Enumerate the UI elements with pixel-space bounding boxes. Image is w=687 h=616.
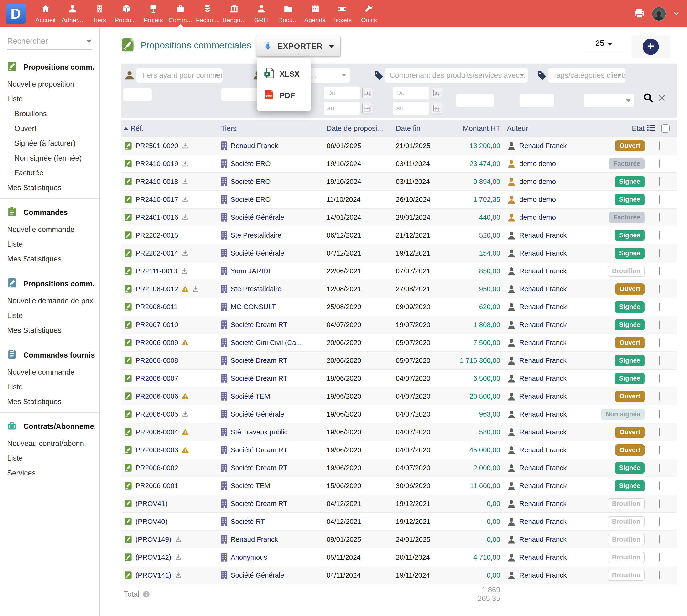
author-cell[interactable]: Renaud Franck xyxy=(500,141,600,150)
amount-cell[interactable]: 13 200,00 xyxy=(460,142,500,150)
tiers-link[interactable]: Ste Prestalidaire xyxy=(231,285,282,293)
clear-filters-icon[interactable]: ✕ xyxy=(658,92,666,104)
author-link[interactable]: Renaud Franck xyxy=(519,500,567,508)
author-link[interactable]: Renaud Franck xyxy=(519,535,567,544)
author-link[interactable]: Renaud Franck xyxy=(519,142,567,150)
author-link[interactable]: Renaud Franck xyxy=(519,249,567,257)
sidebar-item[interactable]: Liste xyxy=(0,451,99,466)
row-checkbox[interactable] xyxy=(659,446,660,454)
amount-cell[interactable]: 23 474,00 xyxy=(460,160,500,168)
page-title[interactable]: Propositions commerciales xyxy=(140,40,251,50)
author-cell[interactable]: Renaud Franck xyxy=(500,553,600,562)
ref-link[interactable]: PR2111-0013 xyxy=(135,267,177,275)
filter-date-start-from[interactable] xyxy=(324,87,360,100)
ref-link[interactable]: PR2410-0019 xyxy=(135,160,178,168)
row-checkbox[interactable] xyxy=(659,392,660,400)
menu-item-projets[interactable]: Projets xyxy=(140,0,167,27)
tiers-link[interactable]: Sté Travaux public xyxy=(231,428,288,436)
ref-link[interactable]: PR2006-0008 xyxy=(135,357,178,365)
ref-link[interactable]: (PROV149) xyxy=(135,535,171,544)
col-header-amount[interactable]: Montant HT xyxy=(460,124,500,132)
tiers-link[interactable]: Société Dream RT xyxy=(231,375,287,382)
filter-status-select[interactable] xyxy=(584,94,634,107)
author-link[interactable]: demo demo xyxy=(519,196,556,203)
ref-link[interactable]: (PROV41) xyxy=(135,500,168,508)
ref-link[interactable]: PR2006-0006 xyxy=(135,393,178,400)
ref-link[interactable]: (PROV40) xyxy=(135,518,168,526)
amount-cell[interactable]: 520,00 xyxy=(460,232,500,239)
row-checkbox[interactable] xyxy=(659,285,660,293)
row-checkbox[interactable] xyxy=(659,517,660,526)
filter-date-end-from[interactable] xyxy=(393,87,429,100)
sidebar-item[interactable]: Mes Statistiques xyxy=(0,180,99,195)
menu-item-tickets[interactable]: Tickets xyxy=(329,0,355,27)
amount-cell[interactable]: 2 000,00 xyxy=(460,464,500,472)
row-checkbox[interactable] xyxy=(659,481,660,490)
sidebar-item[interactable]: Nouvelle proposition xyxy=(0,77,99,92)
tiers-link[interactable]: Société Générale xyxy=(231,571,284,579)
ref-link[interactable]: (PROV141) xyxy=(135,571,171,579)
amount-cell[interactable]: 580,00 xyxy=(460,428,500,436)
amount-cell[interactable]: 0,00 xyxy=(460,518,500,526)
amount-cell[interactable]: 6 500,00 xyxy=(460,375,500,382)
page-size-select[interactable]: 25 xyxy=(583,38,625,52)
filter-tags-select[interactable]: Tags/catégories clients/... xyxy=(548,68,625,83)
amount-cell[interactable]: 1 808,00 xyxy=(460,321,500,329)
sidebar-item[interactable]: Nouveau contrat/abonn. xyxy=(0,436,99,451)
ref-link[interactable]: (PROV142) xyxy=(135,553,171,562)
author-cell[interactable]: Renaud Franck xyxy=(500,571,600,580)
sidebar-item[interactable]: Mes Statistiques xyxy=(0,323,99,338)
author-cell[interactable]: Renaud Franck xyxy=(500,284,600,293)
sidebar-section-2[interactable]: Propositions comm... xyxy=(0,273,99,293)
row-checkbox[interactable] xyxy=(659,195,660,204)
calendar-icon[interactable] xyxy=(431,88,442,98)
tiers-cell[interactable]: Société Générale xyxy=(218,571,321,580)
row-checkbox[interactable] xyxy=(659,464,660,472)
sidebar-item[interactable]: Nouvelle commande xyxy=(0,365,99,379)
author-cell[interactable]: Renaud Franck xyxy=(500,535,600,544)
add-proposal-button[interactable]: + xyxy=(643,39,659,55)
ref-link[interactable]: PR2410-0018 xyxy=(135,178,178,185)
author-link[interactable]: Renaud Franck xyxy=(519,571,567,579)
ref-link[interactable]: PR2202-0015 xyxy=(135,232,178,239)
sidebar-section-1[interactable]: Commandes xyxy=(0,202,99,222)
tiers-cell[interactable]: Ste Prestalidaire xyxy=(218,231,321,240)
menu-item-outils[interactable]: Outils xyxy=(355,0,382,27)
amount-cell[interactable]: 850,00 xyxy=(460,267,500,275)
author-cell[interactable]: Renaud Franck xyxy=(500,427,600,437)
tiers-cell[interactable]: Société Générale xyxy=(218,410,321,419)
filter-products-select[interactable]: Comprenant des produits/services avec... xyxy=(385,68,528,83)
tiers-cell[interactable]: Société Dream RT xyxy=(218,356,321,365)
author-cell[interactable]: Renaud Franck xyxy=(500,248,600,258)
download-icon[interactable] xyxy=(174,571,182,579)
amount-cell[interactable]: 440,00 xyxy=(460,214,500,221)
amount-cell[interactable]: 4 710,00 xyxy=(460,553,500,562)
tiers-link[interactable]: MC CONSULT xyxy=(231,303,276,311)
download-icon[interactable] xyxy=(174,553,182,561)
sidebar-item[interactable]: Services xyxy=(0,466,99,481)
author-cell[interactable]: Renaud Franck xyxy=(500,231,600,240)
download-icon[interactable] xyxy=(181,196,189,203)
tiers-cell[interactable]: Ste Prestalidaire xyxy=(218,284,321,293)
tiers-link[interactable]: Société Dream RT xyxy=(231,357,287,365)
row-checkbox[interactable] xyxy=(659,231,660,240)
sidebar-item[interactable]: Ouvert xyxy=(0,121,99,136)
export-option-xlsx[interactable]: XXLSX xyxy=(257,63,311,85)
download-icon[interactable] xyxy=(180,267,188,275)
sidebar-section-0[interactable]: Propositions comm... xyxy=(0,57,99,77)
tiers-cell[interactable]: Société Gini Civil (Ca... xyxy=(218,338,321,347)
menu-item-docu[interactable]: Docu... xyxy=(274,0,302,27)
user-avatar[interactable] xyxy=(652,7,666,21)
sidebar-item[interactable]: Mes Statistiques xyxy=(0,394,99,409)
tiers-link[interactable]: Ste Prestalidaire xyxy=(231,232,282,239)
sidebar-item[interactable]: Liste xyxy=(0,379,99,394)
download-icon[interactable] xyxy=(181,214,189,221)
tiers-cell[interactable]: Société ERO xyxy=(218,159,321,168)
tiers-cell[interactable]: Renaud Franck xyxy=(218,535,321,544)
filter-author-input[interactable] xyxy=(520,94,554,107)
filter-ref-input[interactable] xyxy=(123,88,152,101)
author-cell[interactable]: Renaud Franck xyxy=(500,481,600,490)
tiers-cell[interactable]: Société Dream RT xyxy=(218,499,321,508)
tiers-link[interactable]: Société TEM xyxy=(231,482,270,490)
tiers-link[interactable]: Société Dream RT xyxy=(231,321,287,329)
